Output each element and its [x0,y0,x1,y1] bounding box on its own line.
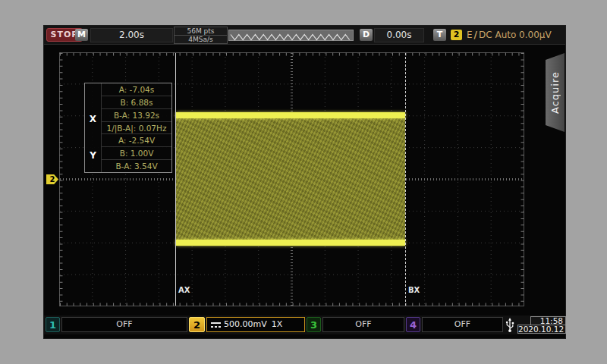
memory-sample-box: 56M pts 4MSa/s [174,27,228,44]
cursor-axis-labels: X Y [85,83,101,172]
ch1-status-box[interactable]: OFF [61,317,187,332]
ch4-badge[interactable]: 4 [406,317,420,332]
ch2-settings-box[interactable]: 500.00mV 1X [206,317,305,332]
trigger-settings-text: DC Auto 0.00µV [479,30,552,40]
cursor-row: A: -2.54V [102,134,171,147]
acquire-menu-tab[interactable]: Acquire [546,53,565,132]
ch1-badge[interactable]: 1 [46,317,60,332]
ch3-status-box[interactable]: OFF [322,317,404,332]
delay-badge: D [360,29,373,41]
cursor-row: B-A: 3.54V [102,160,171,172]
memory-depth: 56M pts [175,27,227,36]
trigger-type-label: E [467,30,473,40]
usb-device-icon [505,317,515,333]
ch2-probe-ratio: 1X [272,318,283,331]
trigger-channel-badge[interactable]: 2 [451,30,462,40]
cursor-a-line[interactable] [175,53,176,306]
ch2-waveform [176,112,405,246]
display-area: AX BX X Y A: -7.04s B: 6.88s B-A: 13.92s… [59,52,524,306]
timebase-value[interactable]: 2.00s [90,28,173,42]
sample-rate: 4MSa/s [175,36,227,43]
ch2-position-marker[interactable]: 2 [46,174,58,184]
cursor-a-label: AX [178,286,190,294]
cursor-row: 1/|B-A|: 0.07Hz [102,122,171,135]
cursor-row: A: -7.04s [102,83,171,96]
ch3-badge[interactable]: 3 [307,317,321,332]
top-status-bar: STOP M 2.00s 56M pts 4MSa/s D 0.00s T 2 … [44,26,565,45]
waveform-top-edge [176,112,405,118]
cursor-row: B: 6.88s [102,96,171,109]
preview-waveform-icon [229,32,353,42]
ch2-scale: 500.00mV [224,318,267,331]
trigger-info[interactable]: E/DC Auto 0.00µV [467,29,552,41]
trigger-badge: T [433,29,446,41]
cursor-x-label: X [85,114,101,124]
delay-value[interactable]: 0.00s [374,28,424,42]
date-display: 2020.10.12 [517,325,566,334]
acquire-tab-label: Acquire [549,71,561,114]
channel-status-bar: 1 OFF 2 500.00mV 1X 3 OFF 4 OFF 11:58 20… [44,315,565,334]
ch4-status-box[interactable]: OFF [422,317,503,332]
oscilloscope-screen: STOP M 2.00s 56M pts 4MSa/s D 0.00s T 2 … [43,25,566,339]
cursor-row: B-A: 13.92s [102,109,171,122]
dc-coupling-icon [211,322,221,328]
rising-slope-icon: / [473,30,479,40]
cursor-b-label: BX [408,286,420,294]
clock-panel: 11:58 2020.10.12 [517,316,566,334]
cursor-b-line[interactable] [405,53,406,306]
cursor-row: B: 1.00V [102,147,171,160]
cursor-values: A: -7.04s B: 6.88s B-A: 13.92s 1/|B-A|: … [101,83,171,172]
timebase-badge: M [75,29,88,41]
waveform-bottom-edge [176,240,405,246]
cursor-y-label: Y [85,150,101,161]
cursor-measurement-panel: X Y A: -7.04s B: 6.88s B-A: 13.92s 1/|B-… [84,83,172,173]
ch2-badge[interactable]: 2 [189,317,205,332]
waveform-preview-strip[interactable] [228,30,354,41]
